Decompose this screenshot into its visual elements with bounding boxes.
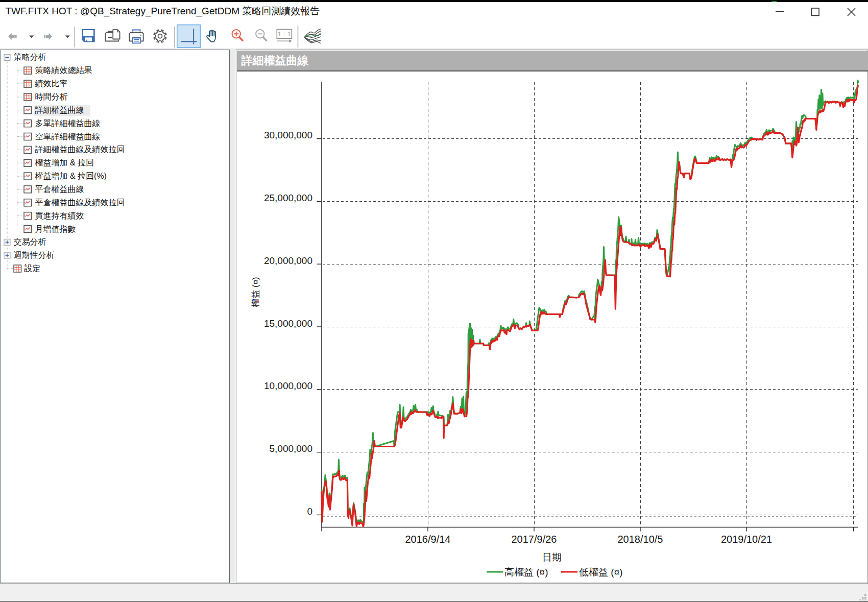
svg-text:權益 (¤): 權益 (¤) (251, 277, 260, 307)
svg-text:2018/10/5: 2018/10/5 (618, 534, 663, 545)
svg-text:高權益 (¤): 高權益 (¤) (504, 567, 548, 577)
svg-text:30,000,000: 30,000,000 (264, 130, 312, 140)
svg-text:10,000,000: 10,000,000 (264, 380, 312, 391)
svg-text:2017/9/26: 2017/9/26 (512, 534, 557, 545)
svg-text:5,000,000: 5,000,000 (269, 443, 312, 454)
svg-text:日期: 日期 (542, 552, 562, 563)
svg-text:15,000,000: 15,000,000 (264, 318, 312, 329)
svg-text:1 : 1: 1 : 1 (278, 30, 291, 38)
svg-text:20,000,000: 20,000,000 (264, 255, 312, 266)
svg-text:2016/9/14: 2016/9/14 (405, 534, 451, 545)
svg-text:2019/10/21: 2019/10/21 (721, 534, 772, 545)
svg-text:25,000,000: 25,000,000 (264, 192, 312, 203)
svg-text:0: 0 (307, 506, 312, 517)
svg-text:低權益 (¤): 低權益 (¤) (578, 567, 623, 577)
